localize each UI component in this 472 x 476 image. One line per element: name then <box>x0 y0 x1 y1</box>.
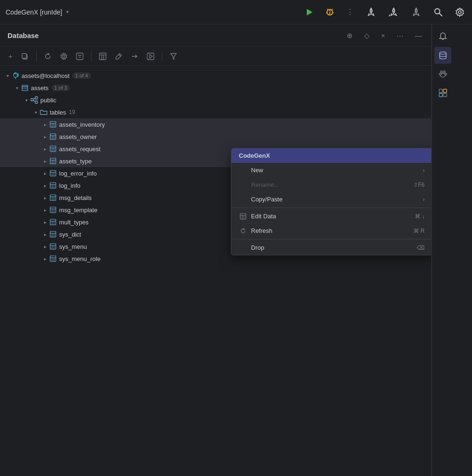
edit-toolbar-button[interactable] <box>112 51 125 62</box>
table-chevron <box>41 218 49 226</box>
table-icon <box>49 206 57 214</box>
svg-rect-38 <box>35 101 38 103</box>
database-sidebar-icon <box>438 51 448 60</box>
filter2-icon <box>76 53 84 60</box>
table-icon <box>49 145 57 153</box>
svg-line-25 <box>119 54 121 56</box>
svg-rect-53 <box>50 158 56 164</box>
table-chevron <box>41 169 49 177</box>
schema-label: public <box>40 97 56 104</box>
tree-table-assets-request[interactable]: assets_request <box>0 143 431 155</box>
svg-rect-21 <box>99 53 106 60</box>
funnel-button[interactable] <box>167 51 180 62</box>
settings-button[interactable] <box>453 6 466 19</box>
filter2-button[interactable] <box>73 51 86 62</box>
chevron-down-icon: ▾ <box>66 9 69 15</box>
target-button[interactable]: ⊕ <box>345 30 355 42</box>
launch3-icon <box>411 7 421 17</box>
minimize-button[interactable]: — <box>413 30 424 41</box>
run-button[interactable] <box>303 6 315 18</box>
tree-table-assets-inventory[interactable]: assets_inventory <box>0 118 431 131</box>
tree-table-assets-type[interactable]: assets_type <box>0 155 431 167</box>
add-button[interactable]: + <box>6 50 15 62</box>
search-button[interactable] <box>432 6 445 19</box>
refresh-icon <box>44 53 52 60</box>
run-icon <box>305 8 313 16</box>
arrow-button[interactable] <box>128 51 141 62</box>
tree-table-msg-template[interactable]: msg_template <box>0 204 431 216</box>
tree-schema[interactable]: public <box>0 94 431 106</box>
panel-header-icons: ⊕ ◇ × ⋯ — <box>345 30 424 42</box>
svg-rect-99 <box>443 89 447 92</box>
table-icon <box>49 218 57 226</box>
table-name: log_info <box>59 182 81 189</box>
refresh-toolbar-button[interactable] <box>41 51 54 62</box>
svg-rect-45 <box>50 134 56 139</box>
connection-label: assets@localhost <box>22 72 69 79</box>
rocket3-button[interactable] <box>409 5 423 19</box>
tables-count: 19 <box>69 109 75 115</box>
blocks-button[interactable] <box>434 84 451 101</box>
titlebar-left: CodeGenX [runIde] ▾ <box>6 8 303 16</box>
tree-table-sys-menu-role[interactable]: sys_menu_role <box>0 253 431 265</box>
svg-rect-65 <box>50 195 56 200</box>
tree-tables-folder[interactable]: tables 19 <box>0 106 431 118</box>
svg-line-13 <box>439 13 442 16</box>
tree-table-sys-menu[interactable]: sys_menu <box>0 240 431 253</box>
svg-point-9 <box>393 10 395 12</box>
tree-table-msg-details[interactable]: msg_details <box>0 192 431 204</box>
edit-icon <box>115 53 122 60</box>
svg-rect-57 <box>50 170 56 176</box>
toolbar: + <box>0 47 431 66</box>
svg-line-40 <box>33 100 35 102</box>
blocks-icon <box>438 88 448 98</box>
table-view-button[interactable] <box>96 51 109 62</box>
table-icon <box>49 157 57 165</box>
tree-table-assets-owner[interactable]: assets_owner <box>0 131 431 143</box>
close-panel-button[interactable]: × <box>379 30 387 41</box>
copy-button[interactable] <box>18 51 31 62</box>
svg-rect-98 <box>439 89 442 92</box>
svg-rect-61 <box>50 183 56 188</box>
tree-database[interactable]: assets 1 of 3 <box>0 82 431 94</box>
rocket2-button[interactable] <box>387 5 401 19</box>
svg-point-94 <box>441 71 442 73</box>
debug-icon <box>326 8 334 16</box>
svg-line-10 <box>389 15 390 16</box>
table-icon <box>49 230 57 238</box>
postgres-icon <box>11 71 20 80</box>
table-name: mult_types <box>59 219 89 226</box>
tree-connection[interactable]: assets@localhost 1 of 4 <box>0 69 431 82</box>
database-sidebar-button[interactable] <box>434 47 451 64</box>
settings-toolbar-button[interactable] <box>57 51 70 62</box>
database-panel: Database ⊕ ◇ × ⋯ — + <box>0 24 432 476</box>
debug-button[interactable] <box>324 6 336 18</box>
play-toolbar-button[interactable] <box>144 51 157 62</box>
paw-button[interactable] <box>434 66 451 83</box>
svg-line-32 <box>17 76 18 77</box>
svg-rect-100 <box>439 93 442 97</box>
expand-button[interactable]: ◇ <box>362 30 372 42</box>
table-name: assets_inventory <box>59 121 105 128</box>
database-chevron <box>13 84 21 92</box>
database-badge: 1 of 3 <box>52 84 70 91</box>
toolbar-divider3 <box>162 52 162 61</box>
table-chevron <box>41 243 49 250</box>
svg-rect-18 <box>76 53 83 60</box>
tree-table-log-error-info[interactable]: log_error_info <box>0 167 431 179</box>
panel-more-button[interactable]: ⋯ <box>395 30 405 42</box>
rocket1-button[interactable] <box>364 5 378 19</box>
launch2-icon <box>388 7 399 17</box>
table-icon <box>49 132 57 141</box>
more-options-button[interactable]: ⋮ <box>344 6 356 18</box>
database-label: assets <box>31 84 49 92</box>
table-icon <box>49 242 57 251</box>
panel-header: Database ⊕ ◇ × ⋯ — <box>0 24 431 47</box>
toolbar-divider2 <box>91 52 91 61</box>
tree-table-log-info[interactable]: log_info <box>0 179 431 192</box>
svg-rect-16 <box>22 54 26 58</box>
bell-button[interactable] <box>434 28 451 45</box>
funnel-icon <box>170 53 177 60</box>
tree-table-sys-dict[interactable]: sys_dict <box>0 228 431 240</box>
tree-table-mult-types[interactable]: mult_types <box>0 216 431 228</box>
